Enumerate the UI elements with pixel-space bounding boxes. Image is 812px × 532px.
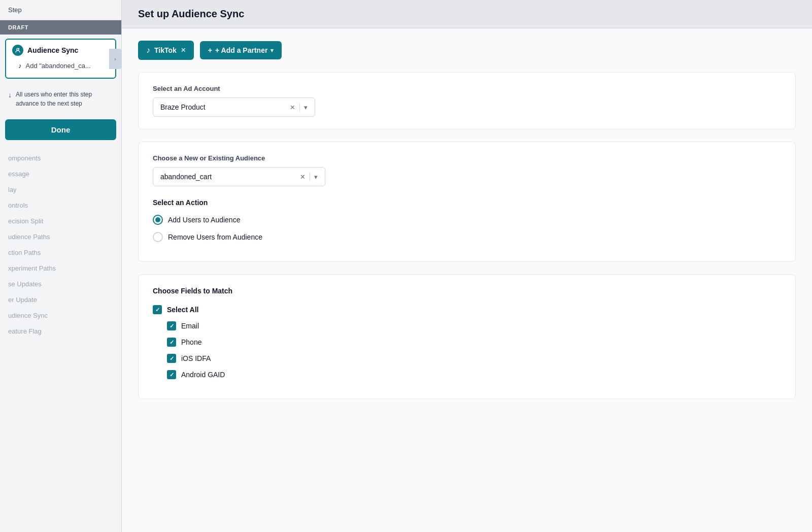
select-all-checkbox-row[interactable]: ✓ Select All <box>153 305 781 314</box>
ad-account-section: Select an Ad Account Braze Product ✕ ▾ <box>138 72 796 129</box>
audience-select[interactable]: abandoned_cart ✕ ▾ <box>153 167 325 186</box>
checkmark-icon: ✓ <box>170 323 174 329</box>
divider <box>299 103 300 111</box>
add-users-radio[interactable] <box>153 215 163 225</box>
sidebar-item-use-updates[interactable]: se Updates <box>0 276 121 292</box>
step-label: Step <box>8 6 22 14</box>
audience-action-section: Choose a New or Existing Audience abando… <box>138 142 796 262</box>
android-checkbox-row[interactable]: ✓ Android GAID <box>167 370 781 379</box>
draft-badge: DRAFT <box>0 20 121 35</box>
android-label: Android GAID <box>181 371 225 379</box>
tiktok-remove-icon[interactable]: ✕ <box>181 47 186 54</box>
email-checkbox[interactable]: ✓ <box>167 321 176 330</box>
phone-checkbox[interactable]: ✓ <box>167 338 176 347</box>
ios-checkbox[interactable]: ✓ <box>167 354 176 363</box>
sidebar-info-text: All users who enter this step advance to… <box>16 90 113 108</box>
down-arrow-icon: ↓ <box>8 91 12 99</box>
chevron-down-icon: ▾ <box>270 47 274 54</box>
sidebar-item-delay[interactable]: lay <box>0 182 121 197</box>
ad-account-clear-icon[interactable]: ✕ <box>290 104 295 111</box>
sidebar-item-decision-split[interactable]: ecision Split <box>0 213 121 229</box>
tiktok-button-label: TikTok <box>154 46 177 54</box>
sidebar-nav: omponents essage lay ontrols ecision Spl… <box>0 146 121 532</box>
add-abandoned-subitem[interactable]: ♪ Add "abandoned_ca... <box>12 59 109 73</box>
checkmark-icon: ✓ <box>170 372 174 378</box>
checkmark-icon: ✓ <box>170 339 174 346</box>
ad-account-label: Select an Ad Account <box>153 85 781 92</box>
audience-clear-icon[interactable]: ✕ <box>300 173 306 181</box>
sidebar-item-feature-flag[interactable]: eature Flag <box>0 323 121 339</box>
sidebar-item-experiment-paths[interactable]: xperiment Paths <box>0 260 121 276</box>
audience-value: abandoned_cart <box>160 173 212 181</box>
sidebar-item-components[interactable]: omponents <box>0 150 121 166</box>
ad-account-select[interactable]: Braze Product ✕ ▾ <box>153 97 315 117</box>
main-content: Set up Audience Sync ♪ TikTok ✕ + + Add … <box>122 0 812 532</box>
plus-icon: + <box>208 46 212 54</box>
tiktok-logo-icon: ♪ <box>146 46 150 55</box>
fields-section: Choose Fields to Match ✓ Select All ✓ Em… <box>138 274 796 399</box>
ios-label: iOS IDFA <box>181 354 211 362</box>
svg-point-0 <box>17 48 19 50</box>
expand-chevron[interactable]: › <box>109 49 121 69</box>
tiktok-icon-small: ♪ <box>18 62 22 70</box>
phone-label: Phone <box>181 338 201 346</box>
add-partner-button[interactable]: + + Add a Partner ▾ <box>200 41 282 59</box>
phone-checkbox-row[interactable]: ✓ Phone <box>167 338 781 347</box>
divider2 <box>310 173 310 181</box>
add-abandoned-label: Add "abandoned_ca... <box>26 62 91 70</box>
sidebar-item-er-update[interactable]: er Update <box>0 292 121 308</box>
page-title: Set up Audience Sync <box>138 8 796 20</box>
remove-users-radio[interactable] <box>153 232 163 242</box>
audience-label: Choose a New or Existing Audience <box>153 154 781 162</box>
sidebar-item-action-paths[interactable]: ction Paths <box>0 245 121 260</box>
audience-sync-step-card[interactable]: Audience Sync ♪ Add "abandoned_ca... › <box>5 39 116 79</box>
main-header: Set up Audience Sync <box>122 0 812 28</box>
add-partner-label: + Add a Partner <box>215 46 267 54</box>
fields-title: Choose Fields to Match <box>153 287 781 295</box>
add-users-option[interactable]: Add Users to Audience <box>153 215 781 225</box>
email-label: Email <box>181 322 199 330</box>
action-title: Select an Action <box>153 198 781 207</box>
audience-sync-label: Audience Sync <box>27 46 78 54</box>
ad-account-chevron-icon[interactable]: ▾ <box>304 104 308 111</box>
select-all-label: Select All <box>167 306 199 314</box>
checkmark-icon: ✓ <box>155 307 160 313</box>
radio-selected-indicator <box>155 217 160 222</box>
android-checkbox[interactable]: ✓ <box>167 370 176 379</box>
main-body: ♪ TikTok ✕ + + Add a Partner ▾ Select an… <box>122 28 812 411</box>
checkmark-icon: ✓ <box>170 355 174 362</box>
remove-users-option[interactable]: Remove Users from Audience <box>153 232 781 242</box>
remove-users-label: Remove Users from Audience <box>168 233 262 241</box>
audience-chevron-icon[interactable]: ▾ <box>314 173 318 181</box>
ad-account-value: Braze Product <box>160 103 206 111</box>
audience-sync-icon <box>12 45 23 56</box>
sidebar-item-controls[interactable]: ontrols <box>0 197 121 213</box>
tiktok-button[interactable]: ♪ TikTok ✕ <box>138 41 194 60</box>
partner-row: ♪ TikTok ✕ + + Add a Partner ▾ <box>138 41 796 60</box>
draft-text: DRAFT <box>8 24 28 30</box>
add-users-label: Add Users to Audience <box>168 216 240 224</box>
select-all-checkbox[interactable]: ✓ <box>153 305 162 314</box>
ios-checkbox-row[interactable]: ✓ iOS IDFA <box>167 354 781 363</box>
sidebar-item-message[interactable]: essage <box>0 166 121 182</box>
email-checkbox-row[interactable]: ✓ Email <box>167 321 781 330</box>
sidebar: Step DRAFT Audience Sync ♪ Add "abandone… <box>0 0 122 532</box>
done-button[interactable]: Done <box>5 119 116 140</box>
sidebar-item-audience-paths[interactable]: udience Paths <box>0 229 121 245</box>
sidebar-item-audience-sync[interactable]: udience Sync <box>0 308 121 323</box>
step-header: Step <box>0 0 121 20</box>
sidebar-info: ↓ All users who enter this step advance … <box>0 85 121 113</box>
